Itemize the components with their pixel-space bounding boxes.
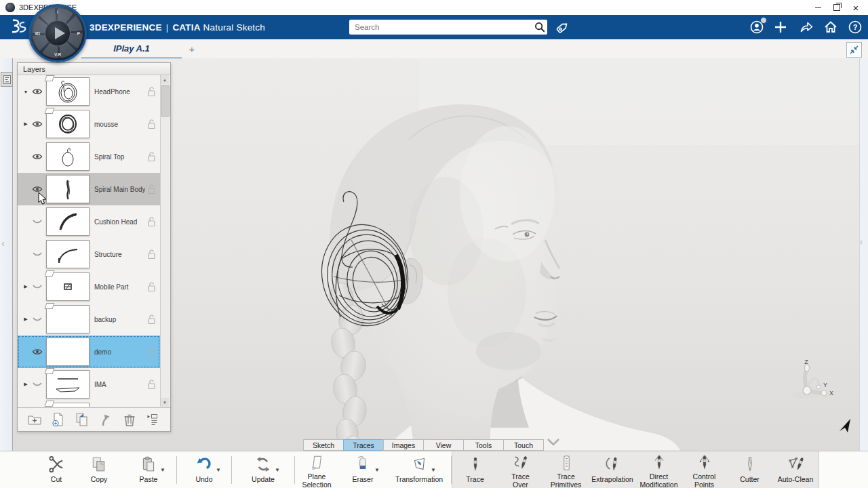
layer-thumbnail[interactable] bbox=[46, 240, 90, 268]
home-icon[interactable] bbox=[822, 18, 840, 36]
profile-icon[interactable] bbox=[748, 18, 766, 36]
dropdown-arrow-icon[interactable]: ▼ bbox=[160, 467, 165, 473]
layer-thumbnail[interactable] bbox=[46, 403, 90, 407]
actionbar-collapse-icon[interactable] bbox=[546, 438, 561, 447]
new-tab-button[interactable]: + bbox=[184, 41, 199, 57]
visibility-off-icon[interactable] bbox=[30, 380, 45, 388]
scrollbar-thumb[interactable] bbox=[161, 85, 170, 117]
update-tool[interactable]: ▼Update bbox=[232, 451, 294, 488]
dropdown-arrow-icon[interactable]: ▼ bbox=[374, 467, 380, 473]
dropdown-arrow-icon[interactable]: ▼ bbox=[216, 467, 221, 473]
help-icon[interactable]: ? bbox=[846, 18, 864, 36]
tag-icon[interactable] bbox=[555, 19, 571, 35]
undo-tool[interactable]: ▼Undo bbox=[177, 451, 231, 488]
layer-row-structure[interactable]: Structure bbox=[18, 238, 160, 270]
layer-row-item[interactable] bbox=[18, 401, 160, 407]
actionbar-tab-images[interactable]: Images bbox=[383, 439, 424, 451]
layer-options-button[interactable] bbox=[144, 411, 162, 428]
layer-thumbnail[interactable] bbox=[46, 370, 90, 399]
merge-up-button[interactable] bbox=[97, 411, 115, 428]
copy-tool[interactable]: Copy bbox=[77, 451, 121, 488]
dropdown-arrow-icon[interactable]: ▼ bbox=[431, 467, 436, 473]
new-layer-button[interactable] bbox=[50, 411, 67, 428]
lock-icon[interactable] bbox=[145, 249, 159, 260]
actionbar-tab-traces[interactable]: Traces bbox=[343, 439, 384, 451]
layers-panel-title[interactable]: Layers bbox=[18, 63, 170, 75]
actionbar-tab-sketch[interactable]: Sketch bbox=[303, 439, 344, 451]
paste-tool[interactable]: ▼Paste bbox=[121, 451, 176, 488]
expand-triangle-icon[interactable]: ▶ bbox=[22, 317, 30, 322]
actionbar-tab-view[interactable]: View bbox=[423, 439, 464, 451]
visibility-on-icon[interactable] bbox=[30, 87, 45, 96]
visibility-off-icon[interactable] bbox=[30, 250, 45, 258]
close-button[interactable]: × bbox=[846, 0, 865, 15]
layer-row-mousse[interactable]: ▶mousse bbox=[18, 108, 160, 140]
dropdown-arrow-icon[interactable]: ▼ bbox=[275, 467, 280, 473]
transformation-tool[interactable]: ▼Transformation bbox=[387, 451, 451, 488]
lock-icon[interactable] bbox=[145, 119, 159, 129]
collapse-viewport-button[interactable] bbox=[846, 42, 862, 58]
actionbar-tab-touch[interactable]: Touch bbox=[503, 439, 544, 451]
trace-primitives-tool[interactable]: Trace Primitives bbox=[543, 451, 589, 488]
direct-modification-tool[interactable]: Direct Modification bbox=[636, 451, 682, 488]
compass-label-3d[interactable]: 3D bbox=[35, 31, 40, 36]
layer-thumbnail[interactable] bbox=[46, 272, 90, 301]
lock-icon[interactable] bbox=[145, 184, 159, 195]
layers-scrollbar[interactable]: ▲ ▼ bbox=[160, 75, 170, 407]
delete-layer-button[interactable] bbox=[121, 411, 138, 428]
compass-core[interactable] bbox=[45, 20, 71, 46]
tab-iplay[interactable]: IPlay A.1 bbox=[81, 39, 182, 60]
extrapolation-tool[interactable]: Extrapolation bbox=[589, 451, 636, 488]
layer-thumbnail[interactable] bbox=[46, 338, 90, 366]
visibility-off-icon[interactable] bbox=[30, 315, 45, 323]
auto-clean-tool[interactable]: Auto-Clean bbox=[772, 451, 818, 488]
control-points-tool[interactable]: Control Points bbox=[682, 451, 727, 488]
plane-selection-tool[interactable]: Plane Selection bbox=[295, 451, 338, 488]
lock-icon[interactable] bbox=[145, 216, 159, 227]
search-box[interactable] bbox=[349, 20, 547, 35]
scroll-down-icon[interactable]: ▼ bbox=[161, 398, 169, 407]
visibility-off-icon[interactable] bbox=[30, 218, 45, 226]
layers-panel-toggle[interactable] bbox=[1, 72, 13, 87]
visibility-on-icon[interactable] bbox=[30, 152, 45, 161]
search-input[interactable] bbox=[349, 23, 532, 31]
lock-icon[interactable] bbox=[145, 86, 159, 97]
add-icon[interactable] bbox=[772, 18, 789, 36]
layer-thumbnail[interactable] bbox=[46, 175, 90, 203]
chevron-left-icon[interactable]: ‹ bbox=[1, 237, 5, 249]
lock-icon[interactable] bbox=[145, 151, 159, 162]
trace-over-tool[interactable]: Trace Over bbox=[498, 451, 543, 488]
share-icon[interactable] bbox=[797, 18, 815, 36]
scroll-up-icon[interactable]: ▲ bbox=[161, 75, 169, 84]
layer-thumbnail[interactable] bbox=[46, 305, 90, 333]
expand-triangle-icon[interactable]: ▶ bbox=[22, 382, 30, 387]
layer-row-ima[interactable]: ▶IMA bbox=[18, 368, 160, 401]
layer-thumbnail[interactable] bbox=[46, 142, 90, 171]
duplicate-layer-button[interactable] bbox=[73, 411, 91, 428]
chevron-right-strip-icon[interactable]: ‹ bbox=[860, 237, 863, 247]
visibility-off-icon[interactable] bbox=[30, 283, 45, 291]
lock-icon[interactable] bbox=[145, 379, 159, 390]
restore-button[interactable] bbox=[827, 0, 846, 15]
layer-row-spiral-top[interactable]: Spiral Top bbox=[18, 140, 160, 173]
new-group-button[interactable] bbox=[26, 411, 43, 428]
3ds-logo[interactable] bbox=[8, 17, 28, 37]
visibility-on-icon[interactable] bbox=[30, 348, 45, 356]
search-icon[interactable] bbox=[532, 20, 547, 35]
layer-row-headphone[interactable]: ▼HeadPhone bbox=[18, 75, 160, 108]
eraser-tool[interactable]: ▼Eraser bbox=[338, 451, 387, 488]
expand-triangle-icon[interactable]: ▶ bbox=[22, 284, 30, 289]
layer-thumbnail[interactable] bbox=[46, 110, 90, 138]
expand-triangle-icon[interactable]: ▶ bbox=[22, 121, 30, 127]
visibility-on-icon[interactable] bbox=[30, 120, 45, 128]
cutter-tool[interactable]: Cutter bbox=[727, 451, 772, 488]
layer-row-demo[interactable]: demo bbox=[18, 336, 160, 368]
compass-label-top[interactable]: i bbox=[57, 9, 58, 14]
collapse-triangle-icon[interactable]: ▼ bbox=[22, 89, 30, 94]
lock-icon[interactable] bbox=[145, 346, 159, 357]
compass-label-vr[interactable]: V.R bbox=[54, 52, 61, 57]
layer-thumbnail[interactable] bbox=[46, 77, 90, 106]
actionbar-tab-tools[interactable]: Tools bbox=[463, 439, 504, 451]
layer-row-mobile-part[interactable]: ▶Mobile Part bbox=[18, 270, 160, 303]
compass-label-p[interactable]: P bbox=[77, 31, 80, 36]
